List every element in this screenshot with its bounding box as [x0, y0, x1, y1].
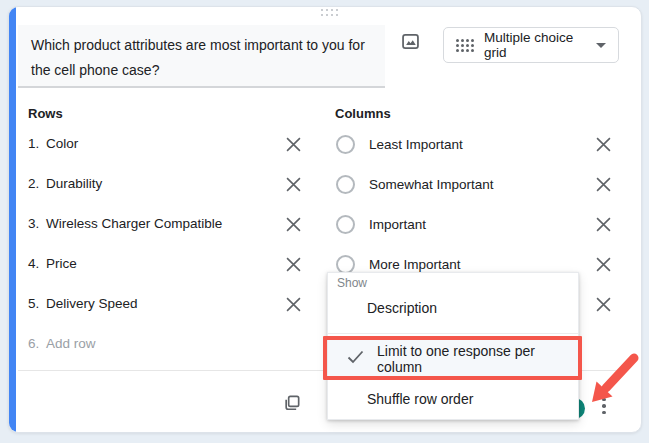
- row-number: 6.: [28, 333, 46, 355]
- remove-column-1-button[interactable]: [593, 134, 613, 154]
- column-label: More Important: [369, 257, 461, 272]
- grid-row-2[interactable]: 2.Durability: [28, 173, 102, 195]
- checkmark-icon: [347, 350, 364, 367]
- menu-divider: [328, 333, 578, 334]
- grid-row-1[interactable]: 1.Color: [28, 133, 78, 155]
- duplicate-question-button[interactable]: [280, 392, 304, 416]
- menu-item-label: Limit to one response per column: [377, 343, 578, 375]
- menu-item-shuffle-row-order[interactable]: Shuffle row order: [328, 382, 578, 416]
- forms-question-editor: Which product attributes are most import…: [0, 0, 649, 443]
- grid-row-3[interactable]: 3.Wireless Charger Compatible: [28, 213, 222, 235]
- multiple-choice-grid-icon: [456, 39, 474, 52]
- question-title-input[interactable]: Which product attributes are most import…: [18, 25, 385, 88]
- menu-item-limit-one-response-per-column[interactable]: Limit to one response per column: [328, 337, 578, 380]
- image-icon: [400, 31, 421, 55]
- question-title-text: Which product attributes are most import…: [31, 37, 365, 78]
- row-label: Delivery Speed: [46, 296, 138, 311]
- column-label: Least Important: [369, 137, 463, 152]
- row-number: 3.: [28, 213, 46, 235]
- copy-icon: [282, 393, 302, 416]
- grid-row-4[interactable]: 4.Price: [28, 253, 77, 275]
- column-label: Somewhat Important: [369, 177, 494, 192]
- menu-item-label: Shuffle row order: [367, 391, 473, 407]
- grid-row-5[interactable]: 5.Delivery Speed: [28, 293, 138, 315]
- question-type-dropdown[interactable]: Multiple choice grid: [443, 27, 619, 63]
- remove-row-4-button[interactable]: [283, 254, 303, 274]
- add-image-button[interactable]: [396, 30, 424, 56]
- menu-item-description[interactable]: Description: [328, 291, 578, 325]
- drag-handle-icon[interactable]: [321, 9, 338, 16]
- radio-circle-icon: [336, 135, 355, 154]
- row-number: 1.: [28, 133, 46, 155]
- remove-column-4-button[interactable]: [593, 254, 613, 274]
- row-number: 4.: [28, 253, 46, 275]
- show-options-menu: Show Description Limit to one response p…: [327, 272, 579, 420]
- menu-section-label: Show: [337, 276, 367, 290]
- remove-column-3-button[interactable]: [593, 214, 613, 234]
- remove-column-2-button[interactable]: [593, 174, 613, 194]
- grid-column-2[interactable]: Somewhat Important: [336, 173, 494, 195]
- remove-row-5-button[interactable]: [283, 294, 303, 314]
- remove-row-2-button[interactable]: [283, 174, 303, 194]
- row-label: Durability: [46, 176, 102, 191]
- grid-column-3[interactable]: Important: [336, 213, 426, 235]
- remove-row-1-button[interactable]: [283, 134, 303, 154]
- grid-column-1[interactable]: Least Important: [336, 133, 463, 155]
- add-row-placeholder[interactable]: 6.Add row: [28, 333, 96, 355]
- menu-item-label: Description: [367, 300, 437, 316]
- row-number: 2.: [28, 173, 46, 195]
- add-row-label: Add row: [46, 336, 96, 351]
- active-question-accent-bar: [9, 7, 16, 432]
- rows-header: Rows: [28, 106, 63, 121]
- radio-circle-icon: [336, 255, 355, 274]
- row-label: Price: [46, 256, 77, 271]
- more-options-button[interactable]: [597, 394, 611, 418]
- vertical-ellipsis-icon: [602, 398, 606, 415]
- columns-header: Columns: [335, 106, 391, 121]
- row-label: Wireless Charger Compatible: [46, 216, 222, 231]
- row-label: Color: [46, 136, 78, 151]
- remove-row-3-button[interactable]: [283, 214, 303, 234]
- chevron-down-icon: [596, 43, 606, 48]
- radio-circle-icon: [336, 215, 355, 234]
- row-number: 5.: [28, 293, 46, 315]
- column-label: Important: [369, 217, 426, 232]
- remove-column-5-button[interactable]: [593, 294, 613, 314]
- question-type-label: Multiple choice grid: [484, 30, 586, 60]
- radio-circle-icon: [336, 175, 355, 194]
